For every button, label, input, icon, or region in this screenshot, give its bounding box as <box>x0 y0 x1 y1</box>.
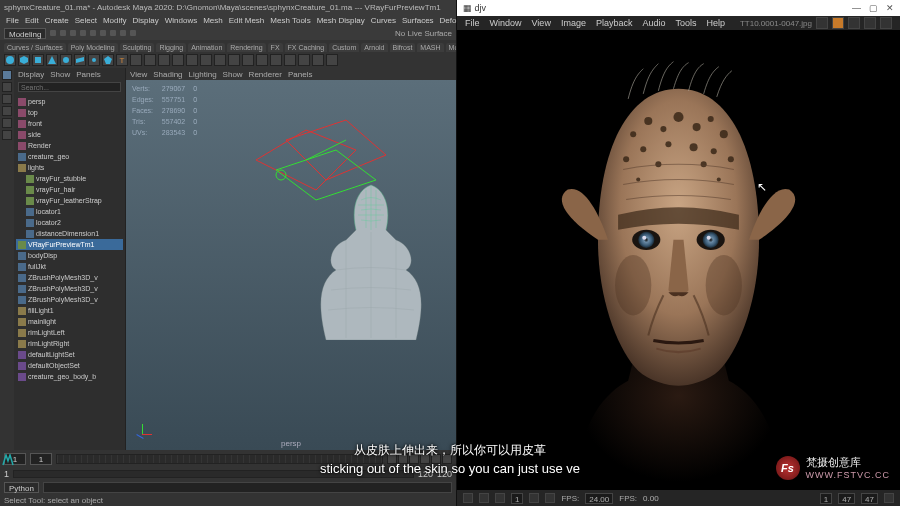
statusline-icon[interactable] <box>60 30 66 36</box>
menu-mesh[interactable]: Mesh <box>201 16 225 25</box>
outliner-item[interactable]: mainlight <box>16 316 123 327</box>
shelf-button-icon[interactable] <box>256 54 268 66</box>
outliner-item[interactable]: top <box>16 107 123 118</box>
djv-in-frame[interactable]: 1 <box>820 493 832 504</box>
vp-menu-shading[interactable]: Shading <box>153 70 182 79</box>
outliner-item[interactable]: ZBrushPolyMesh3D_v <box>16 294 123 305</box>
shelf-button-disc-icon[interactable] <box>88 54 100 66</box>
djv-fps-field[interactable]: 24.00 <box>585 493 613 504</box>
djv-next-frame-icon[interactable] <box>545 493 555 503</box>
shelf-button-svg-icon[interactable] <box>130 54 142 66</box>
outliner-item[interactable]: vrayFur_leatherStrap <box>16 195 123 206</box>
djv-menu-window[interactable]: Window <box>490 18 522 28</box>
menu-file[interactable]: File <box>4 16 21 25</box>
outliner-item[interactable]: side <box>16 129 123 140</box>
range-start-field[interactable]: 1 <box>4 469 9 479</box>
djv-menu-view[interactable]: View <box>532 18 551 28</box>
vp-menu-show[interactable]: Show <box>223 70 243 79</box>
shelf-tab[interactable]: MASH <box>417 43 443 52</box>
paint-select-tool-icon[interactable] <box>2 94 12 104</box>
shelf-tab[interactable]: Rendering <box>227 43 265 52</box>
shelf-button-icon[interactable] <box>326 54 338 66</box>
shelf-button-sphere-icon[interactable] <box>4 54 16 66</box>
djv-settings-icon[interactable] <box>880 17 892 29</box>
outliner-item[interactable]: ZBrushPolyMesh3D_v <box>16 272 123 283</box>
shelf-button-cylinder-icon[interactable] <box>32 54 44 66</box>
outliner-item[interactable]: distanceDimension1 <box>16 228 123 239</box>
djv-menu-file[interactable]: File <box>465 18 480 28</box>
close-icon[interactable]: ✕ <box>886 3 894 13</box>
statusline-icon[interactable] <box>90 30 96 36</box>
shelf-tab[interactable]: Sculpting <box>120 43 155 52</box>
timeline-track[interactable] <box>56 454 383 464</box>
outliner-item[interactable]: Render <box>16 140 123 151</box>
scale-tool-icon[interactable] <box>2 130 12 140</box>
vp-menu-view[interactable]: View <box>130 70 147 79</box>
outliner-item[interactable]: creature_geo_body_b <box>16 371 123 382</box>
outliner-item[interactable]: front <box>16 118 123 129</box>
shelf-button-icon[interactable] <box>298 54 310 66</box>
djv-color-icon[interactable] <box>832 17 844 29</box>
outliner-item[interactable]: bodyDisp <box>16 250 123 261</box>
shelf-button-icon[interactable] <box>214 54 226 66</box>
shelf-button-cone-icon[interactable] <box>46 54 58 66</box>
shelf-tab[interactable]: Rigging <box>156 43 186 52</box>
go-end-icon[interactable] <box>442 454 452 464</box>
outliner-tree[interactable]: persptopfrontsideRendercreature_geolight… <box>14 94 125 450</box>
statusline-icon[interactable] <box>50 30 56 36</box>
shelf-button-icon[interactable] <box>284 54 296 66</box>
outliner-item[interactable]: fullJkt <box>16 261 123 272</box>
play-back-icon[interactable] <box>409 454 419 464</box>
djv-frame-field[interactable]: 1 <box>511 493 523 504</box>
outliner-menu-display[interactable]: Display <box>18 70 44 79</box>
shelf-tab[interactable]: Poly Modeling <box>68 43 118 52</box>
menu-windows[interactable]: Windows <box>163 16 199 25</box>
djv-loop-icon[interactable] <box>884 493 894 503</box>
time-slider[interactable]: 1 1 <box>0 450 456 468</box>
rotate-tool-icon[interactable] <box>2 118 12 128</box>
outliner-menu-panels[interactable]: Panels <box>76 70 100 79</box>
shelf-button-icon[interactable] <box>144 54 156 66</box>
outliner-menu-show[interactable]: Show <box>50 70 70 79</box>
vp-menu-panels[interactable]: Panels <box>288 70 312 79</box>
shelf-button-icon[interactable] <box>242 54 254 66</box>
outliner-item[interactable]: locator2 <box>16 217 123 228</box>
shelf-tab[interactable]: Curves / Surfaces <box>4 43 66 52</box>
outliner-item[interactable]: lights <box>16 162 123 173</box>
outliner-item[interactable]: ZBrushPolyMesh3D_v <box>16 283 123 294</box>
outliner-search-input[interactable] <box>18 82 121 92</box>
menu-create[interactable]: Create <box>43 16 71 25</box>
anim-end-field[interactable]: 120 <box>437 469 452 479</box>
shelf-tab[interactable]: Animation <box>188 43 225 52</box>
outliner-item[interactable]: vrayFur_stubble <box>16 173 123 184</box>
lasso-tool-icon[interactable] <box>2 82 12 92</box>
go-start-icon[interactable] <box>387 454 397 464</box>
shelf-button-torus-icon[interactable] <box>60 54 72 66</box>
shelf-button-platonic-icon[interactable] <box>102 54 114 66</box>
shelf-tab[interactable]: Motion Grap <box>446 43 456 52</box>
maximize-icon[interactable]: ▢ <box>869 3 878 13</box>
shelf-button-icon[interactable] <box>186 54 198 66</box>
statusline-icon[interactable] <box>70 30 76 36</box>
outliner-item[interactable]: vrayFur_hair <box>16 184 123 195</box>
shelf-button-type-icon[interactable]: T <box>116 54 128 66</box>
outliner-item[interactable]: creature_geo <box>16 151 123 162</box>
outliner-item[interactable]: persp <box>16 96 123 107</box>
djv-out-frame[interactable]: 47 <box>838 493 855 504</box>
range-end-field[interactable]: 120 <box>418 469 433 479</box>
djv-duration[interactable]: 47 <box>861 493 878 504</box>
shelf-button-icon[interactable] <box>270 54 282 66</box>
menu-mesh-display[interactable]: Mesh Display <box>315 16 367 25</box>
shelf-button-icon[interactable] <box>312 54 324 66</box>
shelf-button-icon[interactable] <box>228 54 240 66</box>
shelf-tab[interactable]: Bifrost <box>390 43 416 52</box>
move-tool-icon[interactable] <box>2 106 12 116</box>
shelf-tab[interactable]: FX <box>268 43 283 52</box>
outliner-item[interactable]: fillLight1 <box>16 305 123 316</box>
shelf-tab[interactable]: Custom <box>329 43 359 52</box>
djv-play-forward-icon[interactable] <box>495 493 505 503</box>
outliner-item[interactable]: VRayFurPreviewTm1 <box>16 239 123 250</box>
shelf-tab[interactable]: FX Caching <box>285 43 328 52</box>
djv-viewport[interactable]: ↖ <box>457 30 900 490</box>
current-frame-field[interactable]: 1 <box>30 453 52 465</box>
